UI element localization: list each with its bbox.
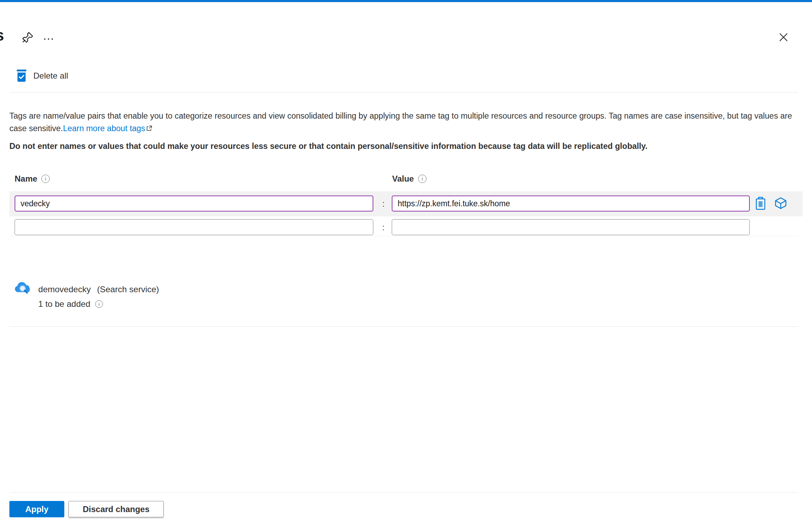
tag-name-input[interactable] (15, 219, 373, 235)
tag-row: : (9, 191, 803, 216)
value-header-label: Value (392, 174, 414, 184)
discard-changes-button[interactable]: Discard changes (68, 501, 164, 517)
close-icon[interactable] (776, 30, 791, 45)
pin-icon[interactable] (19, 31, 35, 46)
tag-value-input[interactable] (392, 219, 750, 235)
divider (9, 492, 798, 493)
divider (9, 326, 798, 327)
delete-all-label: Delete all (33, 71, 68, 81)
delete-all-icon (16, 70, 27, 82)
tag-name-input[interactable] (15, 196, 373, 212)
name-info-icon[interactable]: i (41, 175, 50, 183)
tag-value-input[interactable] (392, 196, 750, 212)
tags-pane: s … Delete all Tags are name/value pairs… (0, 0, 812, 526)
delete-tag-row-button[interactable] (753, 196, 768, 211)
resource-status-text: 1 to be added (38, 299, 90, 309)
resource-name: demovedecky (38, 285, 91, 294)
more-options-icon[interactable]: … (40, 28, 58, 43)
tag-row: : (9, 216, 803, 237)
name-value-separator: : (376, 223, 390, 232)
value-info-icon[interactable]: i (418, 175, 427, 183)
name-column-header: Name i (15, 174, 50, 184)
resource-status: 1 to be added i (38, 299, 103, 309)
divider (9, 236, 798, 236)
resource-type: (Search service) (97, 285, 159, 294)
page-title-fragment: s (0, 26, 4, 45)
divider (9, 92, 798, 93)
delete-all-button[interactable]: Delete all (16, 70, 68, 82)
apply-button[interactable]: Apply (9, 501, 64, 517)
security-warning: Do not enter names or values that could … (9, 142, 803, 151)
trash-icon (754, 206, 767, 211)
status-info-icon[interactable]: i (95, 300, 103, 308)
top-accent-bar (0, 0, 812, 2)
external-link-icon (146, 122, 152, 135)
learn-more-link[interactable]: Learn more about tags (63, 124, 145, 133)
resource-scope-button[interactable] (773, 196, 788, 211)
name-header-label: Name (15, 174, 37, 184)
value-column-header: Value i (392, 174, 427, 184)
cube-icon (774, 206, 787, 211)
tags-description: Tags are name/value pairs that enable yo… (9, 110, 803, 135)
resource-title: demovedecky(Search service) (38, 285, 159, 294)
search-service-icon (15, 282, 33, 298)
name-value-separator: : (376, 199, 390, 209)
